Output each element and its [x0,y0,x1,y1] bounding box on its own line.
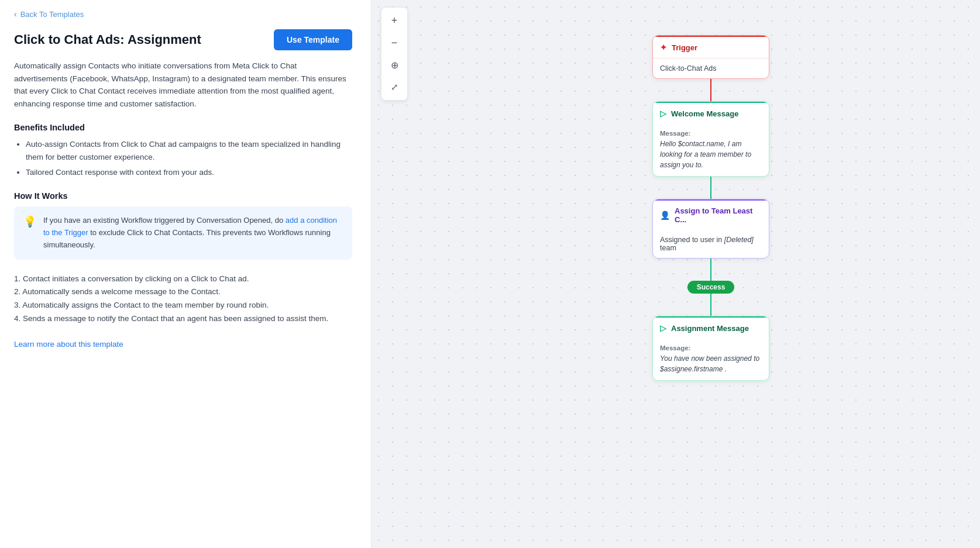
welcome-message-body: Message: Hello $contact.name, I am looki… [653,124,769,176]
info-box: 💡 If you have an existing Workflow trigg… [14,206,352,259]
plus-icon: + [391,15,398,27]
recenter-button[interactable]: ⊕ [384,54,405,75]
connector-line-1 [710,79,711,101]
assignment-message-body: Message: You have now been assigned to $… [653,339,769,380]
welcome-message-node[interactable]: ▷ Welcome Message Message: Hello $contac… [652,101,769,177]
connector-line-3 [710,259,711,281]
trigger-node-header: ✦ Trigger [653,36,769,58]
crosshair-icon: ⊕ [391,60,398,71]
benefits-section: Benefits Included Auto-assign Contacts f… [14,123,352,178]
trigger-node-body-text: Click-to-Chat Ads [660,64,717,73]
use-template-button[interactable]: Use Template [274,29,352,50]
expand-button[interactable]: ⤢ [384,77,405,98]
success-badge: Success [687,281,735,294]
workflow-container: ✦ Trigger Click-to-Chat Ads ▷ Welcome Me… [652,35,769,381]
left-panel: ‹ Back To Templates Click to Chat Ads: A… [0,0,372,548]
assignment-message-text: You have now been assigned to $assignee.… [660,353,762,374]
canvas-toolbar: + − ⊕ ⤢ [381,7,408,101]
list-item: 3. Automatically assigns the Contact to … [14,299,352,312]
list-item: 2. Automatically sends a welcome message… [14,285,352,299]
trigger-node-body: Click-to-Chat Ads [653,58,769,78]
assign-body-text: Assigned to user in [660,236,724,244]
connector-line-2 [710,177,711,199]
info-text-before: If you have an existing Workflow trigger… [43,216,286,225]
assign-deleted-text: [Deleted] [724,236,754,244]
benefits-title: Benefits Included [14,123,352,132]
welcome-message-header: ▷ Welcome Message [653,102,769,124]
steps-list: 1. Contact initiates a conversation by c… [14,273,352,326]
assignment-message-node[interactable]: ▷ Assignment Message Message: You have n… [652,316,769,381]
welcome-message-label: Welcome Message [671,109,738,118]
back-chevron-icon: ‹ [14,9,17,19]
assign-node-body: Assigned to user in [Deleted] team [653,230,769,258]
welcome-message-text: Hello $contact.name, I am looking for a … [660,139,762,170]
message-label: Message: [660,130,762,137]
zoom-out-button[interactable]: − [384,32,405,53]
assign-node-label: Assign to Team Least C... [675,206,762,224]
connector-line-4 [710,294,711,316]
back-link-label: Back To Templates [20,10,84,19]
assignment-message-header: ▷ Assignment Message [653,316,769,339]
assign-node-header: 👤 Assign to Team Least C... [653,199,769,230]
welcome-message-italic: Hello $contact.name, I am looking for a … [660,140,751,169]
assignment-msg-icon: ▷ [660,323,666,333]
expand-icon: ⤢ [391,82,398,92]
back-to-templates-link[interactable]: ‹ Back To Templates [14,9,352,19]
how-it-works-title: How It Works [14,191,352,201]
description-text: Automatically assign Contacts who initia… [14,60,352,110]
page-title: Click to Chat Ads: Assignment [14,32,201,47]
list-item: 1. Contact initiates a conversation by c… [14,273,352,286]
benefits-list: Auto-assign Contacts from Click to Chat … [26,138,352,178]
list-item: 4. Sends a message to notify the Contact… [14,312,352,326]
assignment-message-italic: You have now been assigned to $assignee.… [660,354,759,373]
list-item: Tailored Contact response with context f… [26,166,352,179]
bulb-icon: 💡 [23,215,36,228]
trigger-node-label: Trigger [672,43,697,52]
success-badge-row: Success [687,281,735,294]
how-it-works-section: How It Works 💡 If you have an existing W… [14,191,352,326]
assignment-message-label: Assignment Message [671,324,749,333]
header-row: Click to Chat Ads: Assignment Use Templa… [14,29,352,50]
assign-icon: 👤 [660,211,670,220]
trigger-icon: ✦ [660,43,667,52]
assignment-message-label-text: Message: [660,344,762,351]
learn-more-link[interactable]: Learn more about this template [14,340,123,349]
canvas-area: + − ⊕ ⤢ ✦ Trigger Click-to-Chat Ads [372,0,980,548]
message-icon: ▷ [660,109,666,118]
assign-body-end: team [660,244,676,252]
info-box-text: If you have an existing Workflow trigger… [43,215,343,251]
list-item: Auto-assign Contacts from Click to Chat … [26,138,352,163]
minus-icon: − [391,37,398,49]
assign-node[interactable]: 👤 Assign to Team Least C... Assigned to … [652,199,769,259]
zoom-in-button[interactable]: + [384,10,405,31]
trigger-node[interactable]: ✦ Trigger Click-to-Chat Ads [652,35,769,79]
